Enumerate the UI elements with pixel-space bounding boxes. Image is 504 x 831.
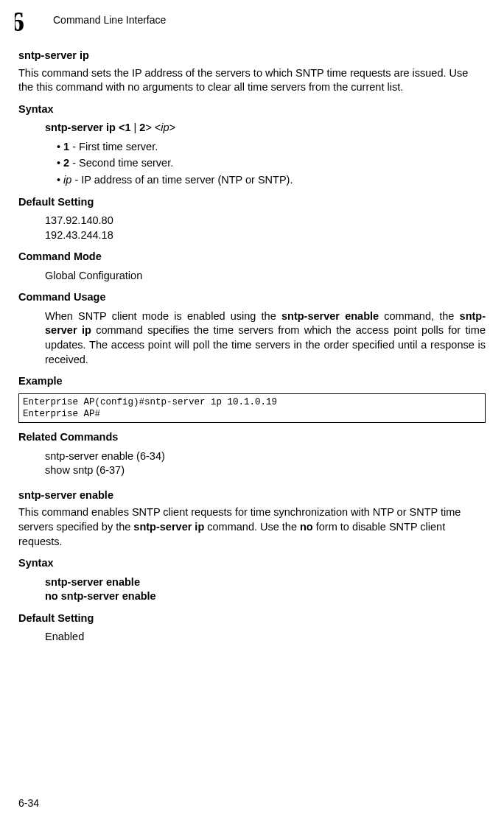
syntax-block: sntp-server enable no sntp-server enable bbox=[45, 575, 486, 604]
default-heading: Default Setting bbox=[18, 195, 486, 210]
chapter-number-box: 6 bbox=[15, 9, 40, 31]
default-block: Enabled bbox=[45, 630, 486, 645]
bullet-bold: 2 bbox=[63, 157, 69, 169]
command-name: sntp-server ip bbox=[18, 49, 486, 63]
default-value: 192.43.244.18 bbox=[45, 228, 486, 243]
mode-value: Global Configuration bbox=[45, 269, 486, 284]
page-content: sntp-server ip This command sets the IP … bbox=[0, 49, 504, 645]
bullet-italic: ip bbox=[63, 174, 71, 186]
chapter-number: 6 bbox=[15, 9, 24, 31]
usage-heading: Command Usage bbox=[18, 290, 486, 305]
bullet-text: - Second time server. bbox=[69, 157, 173, 169]
command-description: This command sets the IP address of the … bbox=[18, 66, 486, 95]
syntax-line: sntp-server ip <1 | 2> <ip> bbox=[45, 121, 486, 136]
bullet-text: - First time server. bbox=[69, 141, 158, 152]
bullet-bold: 1 bbox=[63, 141, 69, 152]
related-heading: Related Commands bbox=[18, 430, 486, 445]
default-block: 137.92.140.80 192.43.244.18 bbox=[45, 214, 486, 242]
related-block: sntp-server enable (6-34) show sntp (6-3… bbox=[45, 449, 486, 478]
usage-text: command specifies the time servers from … bbox=[45, 324, 486, 365]
syntax-heading: Syntax bbox=[18, 556, 486, 571]
desc-bold: sntp-server ip bbox=[133, 521, 204, 533]
desc-bold: no bbox=[300, 521, 313, 533]
syntax-ip: ip bbox=[161, 122, 169, 133]
syntax-mid: > < bbox=[145, 122, 161, 133]
command-name: sntp-server enable bbox=[18, 488, 486, 503]
page-header: 6 Command Line Interface bbox=[0, 0, 504, 38]
mode-heading: Command Mode bbox=[18, 250, 486, 264]
default-heading: Default Setting bbox=[18, 611, 486, 626]
bullet-item: 1 - First time server. bbox=[57, 140, 486, 155]
default-value: 137.92.140.80 bbox=[45, 214, 486, 228]
syntax-line: no sntp-server enable bbox=[45, 589, 486, 604]
page-number: 6-34 bbox=[18, 796, 39, 810]
default-value: Enabled bbox=[45, 630, 486, 645]
usage-text: When SNTP client mode is enabled using t… bbox=[45, 310, 281, 322]
syntax-bullets: 1 - First time server. 2 - Second time s… bbox=[57, 140, 486, 188]
example-heading: Example bbox=[18, 374, 486, 389]
example-code: Enterprise AP(config)#sntp-server ip 10.… bbox=[18, 393, 486, 424]
syntax-end: > bbox=[169, 122, 175, 133]
related-item: sntp-server enable (6-34) bbox=[45, 449, 486, 464]
chapter-title: Command Line Interface bbox=[53, 13, 166, 27]
usage-text: command, the bbox=[379, 310, 459, 322]
mode-block: Global Configuration bbox=[45, 269, 486, 284]
bullet-item: 2 - Second time server. bbox=[57, 156, 486, 171]
syntax-cmd: sntp-server ip < bbox=[45, 122, 125, 133]
usage-block: When SNTP client mode is enabled using t… bbox=[45, 309, 486, 367]
bullet-text: - IP address of an time server (NTP or S… bbox=[71, 174, 293, 186]
bullet-item: ip - IP address of an time server (NTP o… bbox=[57, 173, 486, 188]
syntax-heading: Syntax bbox=[18, 102, 486, 117]
syntax-block: sntp-server ip <1 | 2> <ip> 1 - First ti… bbox=[45, 121, 486, 187]
usage-bold: sntp-server enable bbox=[281, 310, 379, 322]
syntax-pipe: | bbox=[130, 122, 139, 133]
related-item: show sntp (6-37) bbox=[45, 463, 486, 478]
desc-text: command. Use the bbox=[204, 521, 300, 533]
command-description: This command enables SNTP client request… bbox=[18, 505, 486, 549]
syntax-line: sntp-server enable bbox=[45, 575, 486, 590]
